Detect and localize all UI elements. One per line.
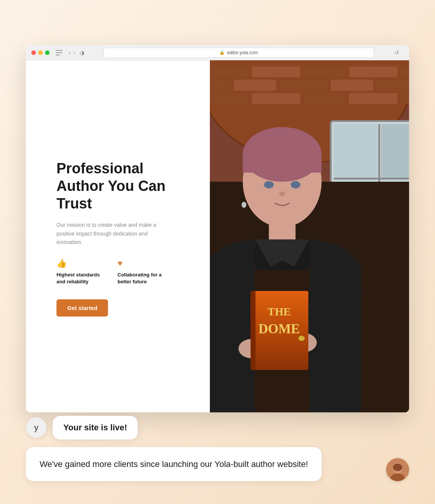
notification-row: y Your site is live! bbox=[26, 416, 409, 439]
svg-text:DOME: DOME bbox=[258, 321, 300, 336]
svg-rect-8 bbox=[210, 80, 230, 91]
subtext: Our mission is to create value and make … bbox=[56, 221, 163, 246]
nav-arrows: ‹ › bbox=[68, 50, 76, 56]
svg-rect-11 bbox=[331, 80, 373, 91]
bottom-area: y Your site is live! We've gained more c… bbox=[26, 416, 409, 481]
user-avatar bbox=[386, 458, 409, 481]
minimize-button[interactable] bbox=[38, 50, 43, 55]
svg-rect-30 bbox=[243, 154, 322, 173]
svg-rect-15 bbox=[210, 93, 249, 104]
testimonial-text: We've gained more clients since launchin… bbox=[40, 459, 308, 469]
feature-item-1: 👍 Highest standards and reliability bbox=[56, 258, 106, 285]
yola-logo-bubble: y bbox=[26, 417, 47, 438]
right-panel: THE DOME bbox=[210, 60, 409, 412]
traffic-lights bbox=[31, 50, 50, 55]
brightness-icon: ◑ bbox=[80, 50, 84, 56]
svg-rect-3 bbox=[210, 66, 249, 78]
lock-icon: 🔒 bbox=[219, 50, 225, 55]
browser-window: ‹ › ◑ 🔒 editor.yola.com ↺ Professional A… bbox=[26, 45, 409, 412]
reload-button[interactable]: ↺ bbox=[393, 49, 401, 57]
sidebar-toggle-icon[interactable] bbox=[56, 50, 63, 55]
svg-point-47 bbox=[393, 464, 402, 471]
feature-1-label: Highest standards and reliability bbox=[56, 271, 106, 285]
svg-point-33 bbox=[279, 191, 285, 196]
get-started-button[interactable]: Get started bbox=[56, 299, 108, 317]
thumbs-up-icon: 👍 bbox=[56, 258, 106, 268]
svg-rect-18 bbox=[349, 93, 397, 104]
features-row: 👍 Highest standards and reliability ♥ Co… bbox=[56, 258, 191, 285]
svg-point-43 bbox=[298, 336, 304, 341]
svg-point-32 bbox=[291, 181, 300, 188]
maximize-button[interactable] bbox=[45, 50, 50, 55]
svg-rect-7 bbox=[400, 66, 409, 78]
svg-rect-21 bbox=[334, 124, 377, 179]
address-bar[interactable]: 🔒 editor.yola.com bbox=[103, 48, 374, 58]
svg-rect-4 bbox=[252, 66, 300, 78]
svg-point-31 bbox=[264, 181, 274, 188]
browser-content: Professional Author You Can Trust Our mi… bbox=[26, 60, 409, 412]
svg-rect-10 bbox=[279, 80, 327, 91]
heart-icon: ♥ bbox=[118, 258, 167, 268]
close-button[interactable] bbox=[31, 50, 36, 55]
svg-point-44 bbox=[242, 202, 246, 208]
svg-rect-6 bbox=[349, 66, 397, 78]
site-live-text: Your site is live! bbox=[63, 423, 127, 432]
svg-rect-9 bbox=[234, 80, 276, 91]
svg-rect-5 bbox=[303, 66, 346, 78]
feature-2-label: Collaborating for a better future bbox=[118, 271, 167, 285]
svg-rect-16 bbox=[252, 93, 300, 104]
url-text: editor.yola.com bbox=[227, 50, 258, 55]
svg-text:THE: THE bbox=[267, 306, 290, 318]
hero-photo: THE DOME bbox=[210, 60, 409, 412]
svg-rect-12 bbox=[376, 80, 409, 91]
browser-toolbar: ‹ › ◑ 🔒 editor.yola.com ↺ bbox=[26, 45, 409, 60]
testimonial-row: We've gained more clients since launchin… bbox=[26, 447, 409, 481]
back-arrow-icon[interactable]: ‹ bbox=[68, 50, 71, 56]
svg-rect-42 bbox=[251, 291, 256, 370]
site-live-bubble: Your site is live! bbox=[53, 416, 138, 439]
forward-arrow-icon[interactable]: › bbox=[73, 50, 76, 56]
feature-item-2: ♥ Collaborating for a better future bbox=[118, 258, 167, 285]
main-heading: Professional Author You Can Trust bbox=[56, 160, 191, 212]
testimonial-bubble: We've gained more clients since launchin… bbox=[26, 447, 322, 481]
svg-rect-17 bbox=[303, 93, 346, 104]
yola-logo-letter: y bbox=[34, 423, 39, 433]
left-panel: Professional Author You Can Trust Our mi… bbox=[26, 60, 210, 412]
svg-rect-19 bbox=[400, 93, 409, 104]
svg-rect-22 bbox=[381, 124, 409, 179]
